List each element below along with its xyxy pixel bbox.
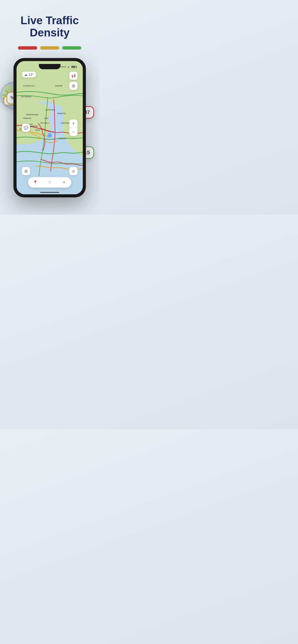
zoom-in-button[interactable]: + [69,120,77,128]
label-eyupsultan: EYÜPSULTAN [23,85,34,87]
heart-icon: ♡ [48,180,51,185]
weather-pill: ☁ 13° [22,72,36,78]
plus-icon: + [72,121,75,126]
grid-button[interactable]: ⊞ [22,167,30,175]
pin-icon: 📍 [33,180,38,185]
title-section: Live Traffic Density [21,14,79,38]
label-ziosmanpasa: ZİOSMANPAŞA [26,114,38,116]
home-indicator [40,192,59,193]
svg-point-7 [47,132,53,138]
layers-button[interactable]: ⊞ [69,82,77,90]
wifi-icon: ▲ [67,66,70,68]
minus-icon: − [72,130,75,134]
legend-bar-red [18,46,37,50]
label-esenler: ESENLER [23,118,31,119]
tab-location[interactable]: 📍 [31,178,39,186]
signal-dots [60,66,66,67]
temperature-label: 13° [29,72,34,76]
tab-favorites[interactable]: ♡ [46,178,54,186]
label-besiktas: BEŞİKTAŞ [57,112,66,114]
megaphone-icon: 📢 [72,74,76,78]
bottom-controls: ⊞ ◎ [22,167,77,175]
weather-cloud-icon: ☁ [24,72,28,76]
phone-screen: EYÜPSULTAN SARIYER SULTANGAZI KAĞITHANE … [17,61,83,194]
phone-frame: EYÜPSULTAN SARIYER SULTANGAZI KAĞITHANE … [14,58,86,197]
label-kagithane: KAĞITHANE [45,109,55,111]
status-bar: ▲ [20,64,80,70]
color-legend [18,46,81,50]
chat-button[interactable]: 💬 [22,124,30,132]
battery-icon [71,66,76,68]
label-sisli: ŞİŞLİ [44,118,49,119]
grid-icon: ⊞ [25,169,28,174]
label-fatih: FATİH [35,130,40,131]
label-sariyer: SARIYER [55,85,62,87]
page-title: Live Traffic Density [21,14,79,38]
legend-bar-green [62,46,81,50]
layers-icon: ⊞ [72,84,75,88]
my-location-button[interactable]: ◎ [69,167,77,175]
legend-bar-yellow [40,46,59,50]
zoom-controls: + − [69,120,77,136]
menu-icon: ≡ [63,180,65,184]
announcement-button[interactable]: 📢 [69,72,77,80]
zoom-out-button[interactable]: − [69,128,77,136]
phone-mockup: %54 %46 %87 %15 [14,58,86,197]
label-beyoglu: BEYOĞLU [41,122,49,124]
location-icon: ◎ [72,169,75,173]
label-kadikoy: KADIKÖY [59,138,66,140]
label-sultangazi: SULTANGAZI [21,96,32,98]
bottom-tab-bar: 📍 ♡ ≡ [28,177,71,188]
tab-menu[interactable]: ≡ [60,178,68,186]
label-uskudar: ÜSKÜDAR [61,122,69,124]
chat-icon: 💬 [24,126,28,130]
